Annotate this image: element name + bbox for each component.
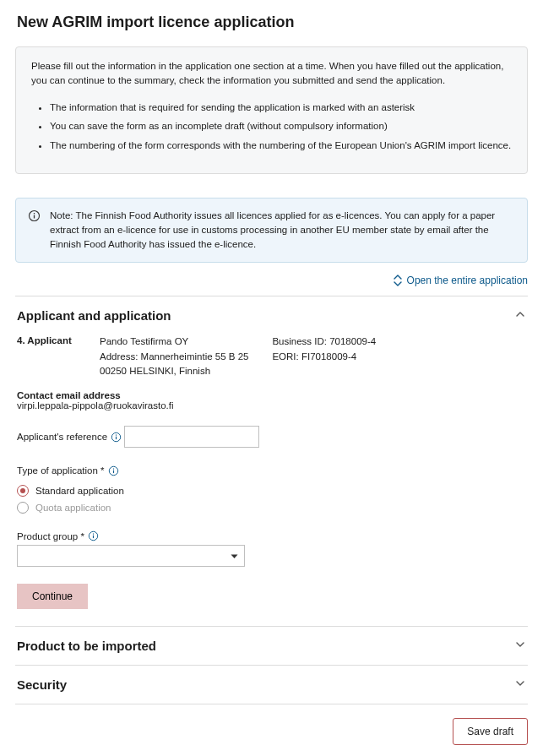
svg-rect-8 [113,468,114,469]
radio-icon [17,485,29,497]
svg-rect-1 [34,215,35,218]
section-title-applicant: Applicant and application [17,308,171,323]
svg-rect-11 [93,534,94,535]
expand-collapse-icon [394,275,402,286]
radio-quota-application: Quota application [17,502,526,514]
open-entire-application-label: Open the entire application [407,275,528,286]
instructions-bullet: You can save the form as an incomplete d… [50,119,512,133]
svg-rect-4 [116,436,117,438]
instructions-card: Please fill out the information in the a… [15,46,528,174]
applicant-ids: Business ID: 7018009-4 EORI: FI7018009-4 [272,334,376,378]
section-title-security: Security [17,677,67,692]
instructions-intro: Please fill out the information in the a… [31,59,512,89]
info-icon[interactable] [88,530,99,541]
radio-standard-application[interactable]: Standard application [17,485,526,497]
note-box: Note: The Finnish Food Authority issues … [15,198,528,264]
applicant-eori: EORI: FI7018009-4 [272,350,376,364]
info-icon[interactable] [108,465,119,476]
product-group-label: Product group * [17,531,84,541]
contact-email-value: virpi.leppala-pippola@ruokavirasto.fi [17,400,526,411]
applicant-business-id: Business ID: 7018009-4 [272,334,376,349]
radio-label-quota: Quota application [35,503,111,513]
radio-label-standard: Standard application [35,486,124,496]
instructions-bullet: The information that is required for sen… [50,101,512,115]
product-group-select[interactable] [17,545,245,567]
save-draft-button[interactable]: Save draft [453,718,528,745]
section-header-security[interactable]: Security [15,666,528,704]
radio-icon [17,502,29,514]
continue-button[interactable]: Continue [17,584,88,609]
instructions-bullet: The numbering of the form corresponds wi… [50,139,512,153]
svg-rect-7 [113,470,114,472]
applicant-name-address: Pando Testifirma OY Address: Mannerheimi… [100,334,248,378]
applicant-reference-label: Applicant's reference [17,432,107,442]
chevron-down-icon [514,677,526,692]
info-icon [28,209,41,253]
open-entire-application-link[interactable]: Open the entire application [394,275,528,286]
contact-email-label: Contact email address [17,390,526,400]
instructions-list: The information that is required for sen… [50,101,512,153]
section-body-applicant: 4. Applicant Pando Testifirma OY Address… [15,334,528,626]
applicant-address-line: Address: Mannerheimintie 55 B 25 [100,350,248,364]
type-of-application-label: Type of application * [17,465,105,476]
svg-rect-10 [93,536,94,538]
applicant-company-name: Pando Testifirma OY [100,334,248,349]
info-icon[interactable] [111,432,122,443]
section-header-product[interactable]: Product to be imported [15,627,528,665]
chevron-up-icon [514,308,526,323]
applicant-city-line: 00250 HELSINKI, Finnish [100,364,248,378]
page-title: New AGRIM import licence application [17,14,528,31]
chevron-down-icon [514,639,526,653]
svg-rect-2 [34,213,35,214]
note-text: Note: The Finnish Food Authority issues … [50,209,515,253]
applicant-reference-input[interactable] [124,426,259,448]
section-header-applicant[interactable]: Applicant and application [15,296,528,334]
svg-rect-5 [116,434,117,435]
section-title-product: Product to be imported [17,639,156,653]
applicant-number-label: 4. Applicant [17,334,76,378]
